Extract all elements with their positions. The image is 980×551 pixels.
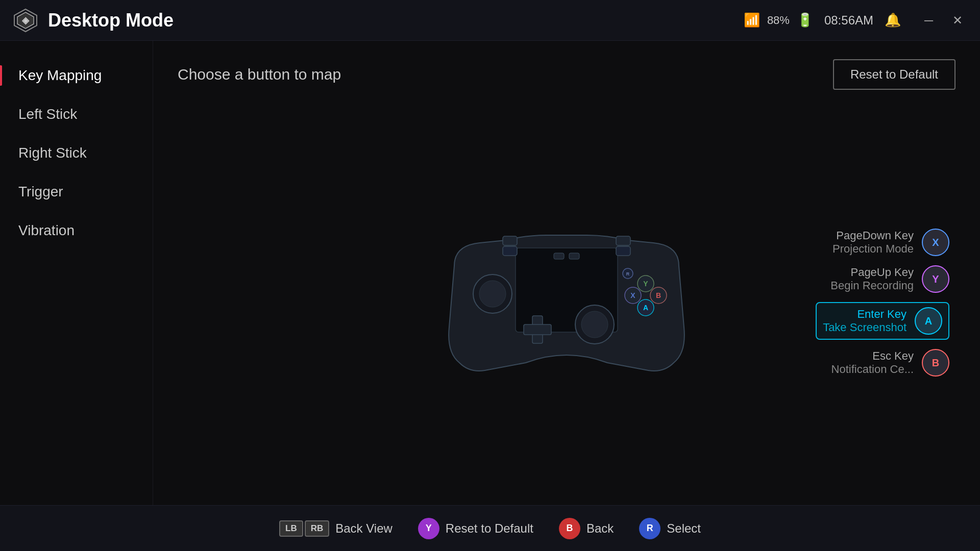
battery-icon: 🔋: [797, 12, 813, 28]
sidebar-item-trigger[interactable]: Trigger: [0, 172, 153, 211]
mapping-action-pageup: Begin Recording: [830, 279, 914, 292]
svg-rect-25: [569, 253, 579, 259]
select-label: Select: [667, 521, 701, 536]
window-controls: ─ ✕: [919, 11, 968, 30]
rb-badge: RB: [305, 520, 330, 537]
mapping-action-esc: Notification Ce...: [831, 363, 914, 376]
mapping-key-pageup: PageUp Key: [830, 266, 914, 279]
mapping-key-pagedown: PageDown Key: [832, 229, 914, 242]
svg-text:X: X: [630, 291, 635, 299]
sidebar-item-left-stick[interactable]: Left Stick: [0, 95, 153, 134]
mapping-action-pagedown: Projection Mode: [832, 242, 914, 256]
svg-point-7: [581, 311, 608, 338]
mapping-action-enter: Take Screenshot: [823, 321, 906, 334]
r-button-icon: R: [639, 518, 660, 539]
bottom-action-back-view[interactable]: LB RB Back View: [279, 520, 393, 537]
app-title: Desktop Mode: [48, 10, 174, 31]
svg-text:◈: ◈: [21, 15, 30, 26]
sidebar-item-key-mapping[interactable]: Key Mapping: [0, 56, 153, 95]
y-button-icon: Y: [418, 518, 439, 539]
clock-time: 08:56AM: [824, 13, 873, 28]
back-label: Back: [586, 521, 614, 536]
b-button-icon: B: [559, 518, 580, 539]
mapping-row-pageup[interactable]: PageUp Key Begin Recording Y: [830, 265, 949, 293]
bottom-action-reset[interactable]: Y Reset to Default: [418, 518, 533, 539]
svg-rect-24: [554, 253, 564, 259]
button-circle-b: B: [922, 349, 949, 377]
choose-button-label: Choose a button to map: [178, 66, 341, 83]
mapping-key-enter: Enter Key: [823, 308, 906, 321]
button-circle-y: Y: [922, 265, 949, 293]
mapping-labels-pageup: PageUp Key Begin Recording: [830, 266, 914, 292]
lb-badge: LB: [279, 520, 303, 537]
svg-text:B: B: [656, 291, 661, 299]
bottom-action-select[interactable]: R Select: [639, 518, 701, 539]
mapping-labels-pagedown: PageDown Key Projection Mode: [832, 229, 914, 256]
svg-rect-9: [524, 324, 551, 335]
mapping-row-esc[interactable]: Esc Key Notification Ce... B: [831, 349, 949, 377]
mapping-panel: PageDown Key Projection Mode X PageUp Ke…: [816, 229, 949, 377]
mapping-row-enter[interactable]: Enter Key Take Screenshot A: [816, 302, 949, 340]
svg-rect-19: [503, 246, 517, 256]
close-button[interactable]: ✕: [947, 11, 968, 30]
sidebar-item-vibration[interactable]: Vibration: [0, 211, 153, 250]
reset-label: Reset to Default: [446, 521, 533, 536]
reset-to-default-button[interactable]: Reset to Default: [833, 59, 955, 90]
svg-text:Y: Y: [643, 280, 648, 288]
sidebar-item-right-stick[interactable]: Right Stick: [0, 134, 153, 172]
svg-text:A: A: [643, 304, 648, 312]
mapping-row-pagedown[interactable]: PageDown Key Projection Mode X: [832, 229, 949, 256]
sidebar: Key Mapping Left Stick Right Stick Trigg…: [0, 41, 153, 505]
svg-rect-21: [616, 246, 630, 256]
content-area: Choose a button to map Reset to Default: [153, 41, 980, 505]
mapping-labels-enter: Enter Key Take Screenshot: [823, 308, 906, 334]
notification-icon: 🔔: [885, 12, 901, 28]
main-layout: Key Mapping Left Stick Right Stick Trigg…: [0, 41, 980, 505]
battery-percentage: 88%: [767, 14, 790, 27]
svg-rect-18: [503, 236, 517, 245]
button-circle-x: X: [922, 229, 949, 256]
mapping-key-esc: Esc Key: [831, 349, 914, 363]
title-bar-left: ◈ Desktop Mode: [12, 7, 174, 34]
bottom-action-back[interactable]: B Back: [559, 518, 614, 539]
minimize-button[interactable]: ─: [919, 11, 938, 30]
button-circle-a: A: [915, 307, 942, 335]
wifi-icon: 📶: [744, 12, 760, 28]
lb-rb-badge: LB RB: [279, 520, 329, 537]
back-view-label: Back View: [335, 521, 393, 536]
svg-rect-20: [616, 236, 630, 245]
svg-point-5: [479, 281, 506, 307]
bottom-bar: LB RB Back View Y Reset to Default B Bac…: [0, 505, 980, 551]
title-bar-right: 📶 88% 🔋 08:56AM 🔔 ─ ✕: [744, 11, 968, 30]
gamepad-illustration: Y B X A R: [413, 205, 720, 400]
status-icons: 📶 88% 🔋 08:56AM 🔔: [744, 12, 901, 28]
title-bar: ◈ Desktop Mode 📶 88% 🔋 08:56AM 🔔 ─ ✕: [0, 0, 980, 41]
gamepad-svg: Y B X A R: [413, 205, 720, 398]
svg-text:R: R: [626, 271, 630, 277]
gamepad-area: Y B X A R: [153, 100, 980, 505]
content-header: Choose a button to map Reset to Default: [153, 41, 980, 100]
app-logo: ◈: [12, 7, 39, 34]
mapping-labels-esc: Esc Key Notification Ce...: [831, 349, 914, 376]
